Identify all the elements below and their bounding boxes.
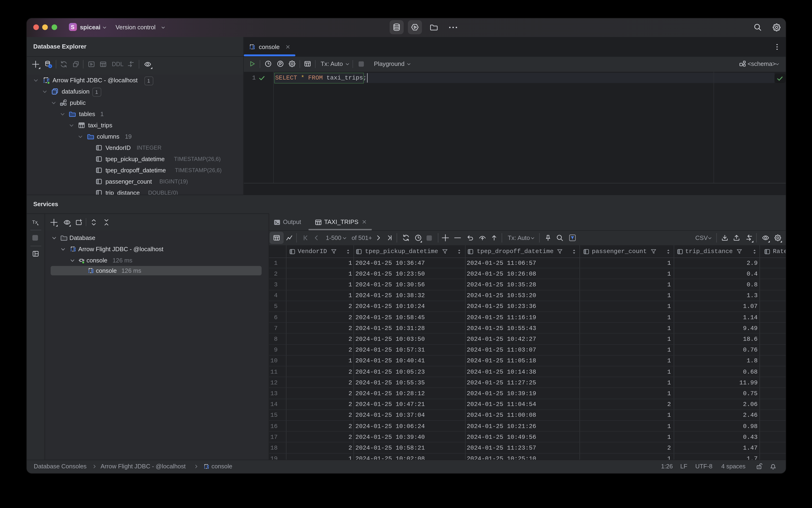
svg-text:Tx: Tx xyxy=(32,219,38,224)
